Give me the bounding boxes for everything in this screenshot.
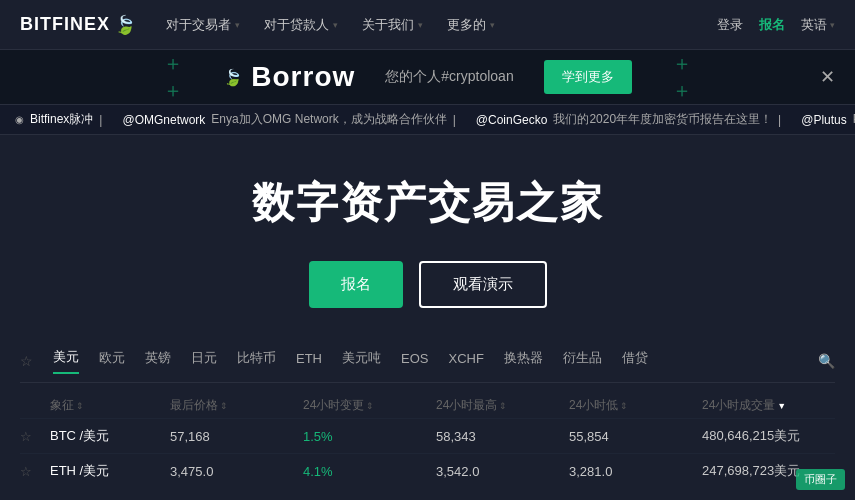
- tab-eth[interactable]: ETH: [296, 351, 322, 372]
- table-row: ☆ ETH /美元 3,475.0 4.1% 3,542.0 3,281.0 2…: [20, 453, 835, 488]
- logo[interactable]: BITFINEX 🍃: [20, 14, 136, 36]
- logo-text: BITFINEX: [20, 14, 110, 35]
- col-low[interactable]: 24小时低 ⇕: [569, 397, 702, 414]
- ticker-item-1: ◉ Bitfinex脉冲 |: [15, 111, 102, 128]
- logo-icon: 🍃: [114, 14, 136, 36]
- nav-item-more[interactable]: 更多的 ▾: [447, 16, 495, 34]
- star-filter-icon[interactable]: ☆: [20, 353, 33, 369]
- demo-button[interactable]: 观看演示: [419, 261, 547, 308]
- register-button[interactable]: 报名: [759, 16, 785, 34]
- chevron-down-icon: ▾: [235, 20, 240, 30]
- watchlist-star-btc[interactable]: ☆: [20, 429, 50, 444]
- low-btc: 55,854: [569, 429, 702, 444]
- login-button[interactable]: 登录: [717, 16, 743, 34]
- plus-decoration-right: ＋＋: [672, 50, 692, 104]
- tab-btc[interactable]: 比特币: [237, 349, 276, 373]
- volume-btc: 480,646,215美元: [702, 427, 835, 445]
- tab-derivatives[interactable]: 衍生品: [563, 349, 602, 373]
- language-selector[interactable]: 英语 ▾: [801, 16, 835, 34]
- banner: ＋＋ 🍃 Borrow 您的个人#cryptoloan 学到更多 ＋＋ ✕: [0, 50, 855, 105]
- nav-right: 登录 报名 英语 ▾: [717, 16, 835, 34]
- watermark: 币圈子: [796, 469, 845, 490]
- table-row: ☆ BTC /美元 57,168 1.5% 58,343 55,854 480,…: [20, 418, 835, 453]
- pair-eth: ETH /美元: [50, 462, 170, 480]
- change-eth: 4.1%: [303, 464, 436, 479]
- close-icon[interactable]: ✕: [820, 66, 835, 88]
- nav-item-about[interactable]: 关于我们 ▾: [362, 16, 423, 34]
- ticker-item-4: @Plutus PLIP | Pluton流动: [801, 111, 855, 128]
- market-tabs: ☆ 美元 欧元 英镑 日元 比特币 ETH 美元吨 EOS XCHF 换热器 衍…: [20, 348, 835, 383]
- nav-item-traders[interactable]: 对于交易者 ▾: [166, 16, 240, 34]
- col-volume[interactable]: 24小时成交量 ▼: [702, 397, 835, 414]
- low-eth: 3,281.0: [569, 464, 702, 479]
- high-eth: 3,542.0: [436, 464, 569, 479]
- price-btc: 57,168: [170, 429, 303, 444]
- ticker-item-2: @OMGnetwork Enya加入OMG Network，成为战略合作伙伴 |: [122, 111, 455, 128]
- pair-btc: BTC /美元: [50, 427, 170, 445]
- watchlist-star-eth[interactable]: ☆: [20, 464, 50, 479]
- ticker-item-3: @CoinGecko 我们的2020年年度加密货币报告在这里！ |: [476, 111, 781, 128]
- tab-jpy[interactable]: 日元: [191, 349, 217, 373]
- chevron-down-icon: ▾: [830, 20, 835, 30]
- plus-decoration-left: ＋＋: [163, 50, 183, 104]
- hero-title: 数字资产交易之家: [252, 175, 604, 231]
- tab-usdt[interactable]: 美元吨: [342, 349, 381, 373]
- high-btc: 58,343: [436, 429, 569, 444]
- nav-item-lenders[interactable]: 对于贷款人 ▾: [264, 16, 338, 34]
- nav-items: 对于交易者 ▾ 对于贷款人 ▾ 关于我们 ▾ 更多的 ▾: [166, 16, 717, 34]
- change-btc: 1.5%: [303, 429, 436, 444]
- borrow-icon: 🍃: [223, 68, 243, 87]
- price-eth: 3,475.0: [170, 464, 303, 479]
- tab-eos[interactable]: EOS: [401, 351, 428, 372]
- col-symbol[interactable]: 象征 ⇕: [50, 397, 170, 414]
- hero-buttons: 报名 观看演示: [309, 261, 547, 308]
- table-header: 象征 ⇕ 最后价格 ⇕ 24小时变更 ⇕ 24小时最高 ⇕ 24小时低 ⇕ 24…: [20, 393, 835, 418]
- register-hero-button[interactable]: 报名: [309, 261, 403, 308]
- banner-cta-button[interactable]: 学到更多: [544, 60, 632, 94]
- col-change[interactable]: 24小时变更 ⇕: [303, 397, 436, 414]
- banner-logo: 🍃 Borrow: [223, 61, 355, 93]
- navbar: BITFINEX 🍃 对于交易者 ▾ 对于贷款人 ▾ 关于我们 ▾ 更多的 ▾ …: [0, 0, 855, 50]
- tab-gbp[interactable]: 英镑: [145, 349, 171, 373]
- tab-usd[interactable]: 美元: [53, 348, 79, 374]
- search-icon[interactable]: 🔍: [818, 353, 835, 369]
- tab-lending[interactable]: 借贷: [622, 349, 648, 373]
- hero-section: 数字资产交易之家 报名 观看演示: [0, 135, 855, 338]
- tab-xchf[interactable]: XCHF: [448, 351, 483, 372]
- banner-title: Borrow: [251, 61, 355, 93]
- chevron-down-icon: ▾: [418, 20, 423, 30]
- chevron-down-icon: ▾: [333, 20, 338, 30]
- tab-exchanger[interactable]: 换热器: [504, 349, 543, 373]
- col-price[interactable]: 最后价格 ⇕: [170, 397, 303, 414]
- tab-eur[interactable]: 欧元: [99, 349, 125, 373]
- banner-subtitle: 您的个人#cryptoloan: [385, 68, 513, 86]
- ticker: ◉ Bitfinex脉冲 | @OMGnetwork Enya加入OMG Net…: [0, 105, 855, 135]
- col-high[interactable]: 24小时最高 ⇕: [436, 397, 569, 414]
- market-table: 象征 ⇕ 最后价格 ⇕ 24小时变更 ⇕ 24小时最高 ⇕ 24小时低 ⇕ 24…: [20, 393, 835, 488]
- market-section: ☆ 美元 欧元 英镑 日元 比特币 ETH 美元吨 EOS XCHF 换热器 衍…: [0, 348, 855, 488]
- chevron-down-icon: ▾: [490, 20, 495, 30]
